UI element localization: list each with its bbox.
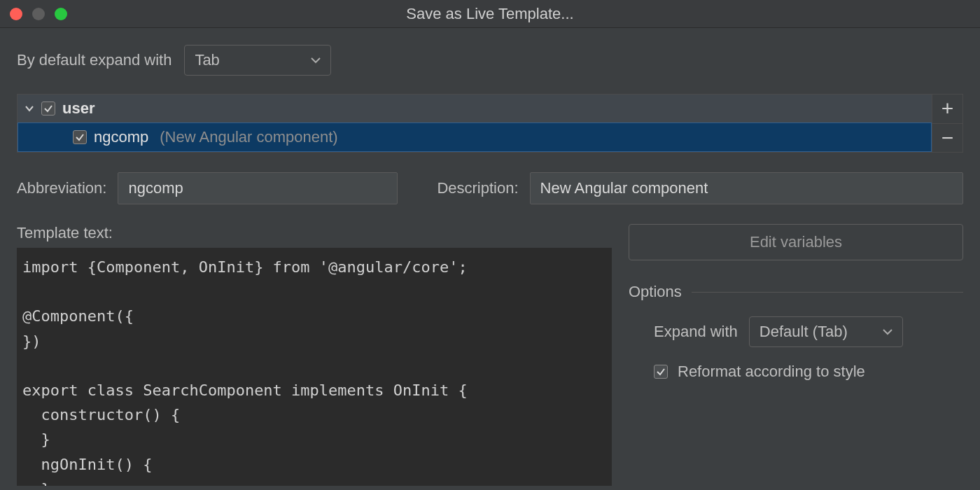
remove-template-button[interactable]: − — [932, 124, 962, 153]
reformat-row: Reformat according to style — [629, 363, 963, 381]
minus-icon: − — [941, 126, 954, 150]
window-title: Save as Live Template... — [406, 5, 573, 23]
default-expand-select[interactable]: Tab — [184, 45, 331, 76]
options-divider — [692, 292, 963, 293]
plus-icon: + — [941, 97, 954, 120]
titlebar: Save as Live Template... — [0, 0, 980, 28]
template-text-label: Template text: — [17, 224, 612, 242]
edit-variables-button[interactable]: Edit variables — [629, 224, 963, 260]
close-window-button[interactable] — [10, 8, 22, 20]
add-template-button[interactable]: + — [932, 94, 962, 124]
tree-group-label: user — [62, 99, 94, 118]
abbreviation-input[interactable] — [118, 172, 398, 204]
reformat-label: Reformat according to style — [678, 363, 865, 381]
expand-with-select[interactable]: Default (Tab) — [749, 316, 903, 347]
traffic-lights — [10, 8, 67, 20]
expand-with-value: Default (Tab) — [760, 323, 848, 341]
tree-item-name: ngcomp — [94, 128, 148, 146]
tree-item-description: (New Angular component) — [160, 128, 337, 146]
description-label: Description: — [437, 179, 518, 197]
options-header: Options — [629, 283, 963, 301]
tree-group-user[interactable]: user — [18, 94, 932, 122]
tree-item-ngcomp[interactable]: ngcomp (New Angular component) — [18, 122, 932, 152]
zoom-window-button[interactable] — [55, 8, 67, 20]
expand-with-label: Expand with — [654, 323, 738, 341]
chevron-down-icon — [24, 104, 34, 113]
description-input[interactable] — [530, 172, 963, 204]
default-expand-label: By default expand with — [17, 51, 172, 69]
group-checkbox[interactable] — [41, 102, 55, 115]
options-title: Options — [629, 283, 682, 301]
reformat-checkbox[interactable] — [654, 365, 668, 379]
edit-variables-label: Edit variables — [750, 233, 842, 251]
abbreviation-label: Abbreviation: — [17, 179, 106, 197]
chevron-down-icon — [311, 57, 321, 64]
tree-side-buttons: + − — [932, 94, 962, 152]
template-text-editor[interactable]: import {Component, OnInit} from '@angula… — [17, 248, 612, 486]
chevron-down-icon — [883, 328, 892, 335]
minimize-window-button[interactable] — [32, 8, 45, 20]
item-checkbox[interactable] — [73, 130, 87, 144]
template-tree: user ngcomp (New Angular component) + − — [17, 94, 963, 153]
default-expand-row: By default expand with Tab — [17, 45, 963, 76]
abbrev-desc-row: Abbreviation: Description: — [17, 172, 963, 204]
expand-with-row: Expand with Default (Tab) — [629, 316, 963, 347]
default-expand-value: Tab — [195, 51, 219, 69]
